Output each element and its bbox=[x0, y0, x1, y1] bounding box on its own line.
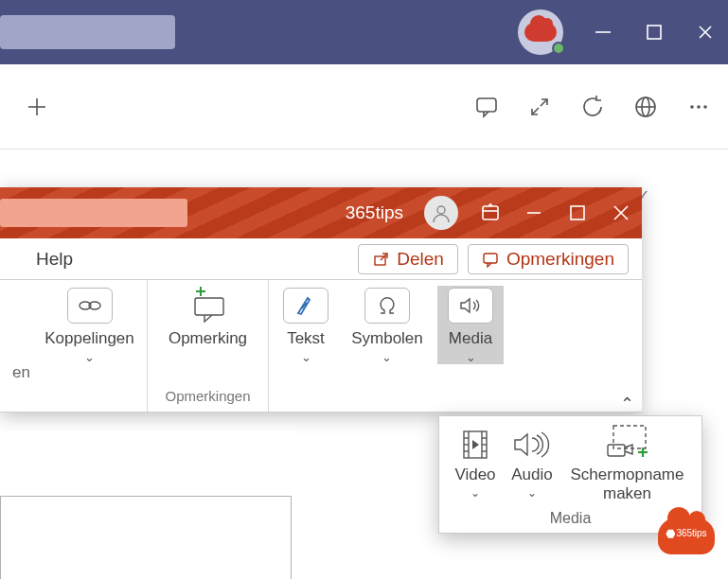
powerpoint-search-box[interactable] bbox=[0, 199, 187, 227]
comments-button[interactable]: Opmerkingen bbox=[468, 244, 629, 274]
svg-point-13 bbox=[697, 105, 701, 109]
365tips-badge: 365tips bbox=[658, 517, 715, 554]
svg-point-14 bbox=[703, 105, 707, 109]
pp-minimize-button[interactable] bbox=[523, 202, 545, 224]
svg-rect-40 bbox=[608, 445, 625, 456]
media-audio-button[interactable]: Audio ⌄ bbox=[504, 424, 560, 504]
media-video-button[interactable]: Video ⌄ bbox=[447, 424, 504, 504]
text-icon bbox=[283, 288, 328, 324]
svg-point-15 bbox=[437, 206, 445, 214]
presence-indicator bbox=[552, 42, 565, 55]
avatar-cloud-icon bbox=[524, 23, 557, 42]
speaker-icon bbox=[448, 288, 493, 324]
ribbon-group-comments: Opmerking Opmerkingen bbox=[148, 280, 269, 412]
collapse-ribbon-button[interactable]: ⌃ bbox=[620, 394, 634, 414]
omega-icon bbox=[364, 288, 410, 324]
chevron-down-icon: ⌄ bbox=[466, 350, 476, 364]
video-icon bbox=[456, 424, 494, 465]
chevron-down-icon: ⌄ bbox=[527, 486, 537, 500]
text-button[interactable]: Tekst ⌄ bbox=[273, 286, 339, 364]
teams-title-bar bbox=[0, 0, 728, 64]
svg-point-12 bbox=[690, 105, 694, 109]
text-label: Tekst bbox=[287, 329, 325, 348]
ribbon-group-symbols: Symbolen ⌄ bbox=[343, 280, 432, 412]
window-minimize-button[interactable] bbox=[592, 21, 614, 44]
powerpoint-user-avatar[interactable] bbox=[424, 196, 458, 230]
screen-recording-icon bbox=[602, 424, 653, 465]
globe-icon[interactable] bbox=[631, 93, 660, 121]
partial-label: en bbox=[12, 363, 30, 382]
ribbon-group-partial: en bbox=[0, 280, 32, 412]
chevron-down-icon: ⌄ bbox=[84, 350, 95, 364]
svg-rect-16 bbox=[483, 206, 498, 219]
user-name-label: 365tips bbox=[346, 202, 403, 223]
teams-user-avatar[interactable] bbox=[518, 9, 563, 55]
audio-icon bbox=[511, 424, 553, 465]
ribbon-group-links: Koppelingen ⌄ bbox=[32, 280, 148, 412]
slide-placeholder[interactable] bbox=[0, 496, 292, 579]
chevron-down-icon: ⌄ bbox=[301, 350, 311, 364]
ribbon-display-options-button[interactable] bbox=[479, 202, 502, 224]
comments-group-label: Opmerkingen bbox=[165, 388, 250, 408]
window-maximize-button[interactable] bbox=[643, 21, 666, 44]
video-label: Video bbox=[454, 465, 495, 484]
comment-icon[interactable] bbox=[472, 93, 501, 121]
link-icon bbox=[67, 288, 113, 324]
badge-text: 365tips bbox=[658, 528, 715, 538]
powerpoint-title-bar: 365tips bbox=[0, 187, 642, 238]
media-label: Media bbox=[449, 329, 492, 348]
svg-line-7 bbox=[532, 108, 539, 114]
ribbon-group-media: Media ⌄ bbox=[432, 280, 509, 412]
new-comment-label: Opmerking bbox=[169, 329, 247, 348]
refresh-icon[interactable] bbox=[578, 93, 607, 121]
chevron-down-icon: ⌄ bbox=[471, 486, 480, 500]
powerpoint-ribbon: en Koppelingen ⌄ bbox=[0, 280, 642, 412]
links-label: Koppelingen bbox=[44, 329, 134, 348]
svg-rect-19 bbox=[571, 206, 584, 219]
svg-rect-6 bbox=[477, 98, 496, 112]
teams-search-box[interactable] bbox=[0, 15, 175, 49]
svg-rect-1 bbox=[648, 26, 661, 39]
tab-help[interactable]: Help bbox=[36, 249, 73, 270]
share-button-label: Delen bbox=[397, 249, 444, 270]
symbols-button[interactable]: Symbolen ⌄ bbox=[346, 286, 429, 364]
media-screen-recording-button[interactable]: Schermopname maken bbox=[560, 424, 694, 504]
ribbon-group-text: Tekst ⌄ bbox=[269, 280, 343, 412]
new-comment-icon bbox=[186, 288, 231, 324]
chevron-down-icon: ⌄ bbox=[382, 350, 392, 364]
teams-toolbar bbox=[0, 64, 728, 149]
svg-rect-26 bbox=[195, 298, 223, 315]
new-tab-button[interactable] bbox=[23, 93, 51, 121]
pp-close-button[interactable] bbox=[610, 202, 632, 224]
symbols-label: Symbolen bbox=[351, 329, 423, 348]
expand-icon[interactable] bbox=[525, 93, 554, 121]
comments-button-label: Opmerkingen bbox=[506, 249, 614, 270]
svg-line-8 bbox=[541, 99, 547, 106]
links-button[interactable]: Koppelingen ⌄ bbox=[38, 286, 142, 364]
window-close-button[interactable] bbox=[694, 21, 717, 44]
media-button[interactable]: Media ⌄ bbox=[437, 286, 504, 364]
new-comment-button[interactable]: Opmerking bbox=[156, 286, 260, 348]
audio-label: Audio bbox=[511, 465, 552, 484]
more-icon[interactable] bbox=[684, 93, 713, 121]
powerpoint-tab-row: Help Delen Opmerkingen bbox=[0, 238, 642, 280]
powerpoint-window: 365tips Help Delen bbox=[0, 187, 642, 412]
svg-rect-23 bbox=[484, 254, 497, 263]
slide-canvas-area bbox=[0, 431, 295, 579]
share-button[interactable]: Delen bbox=[358, 244, 458, 274]
pp-maximize-button[interactable] bbox=[566, 202, 589, 224]
screen-recording-label: Schermopname maken bbox=[560, 465, 694, 504]
